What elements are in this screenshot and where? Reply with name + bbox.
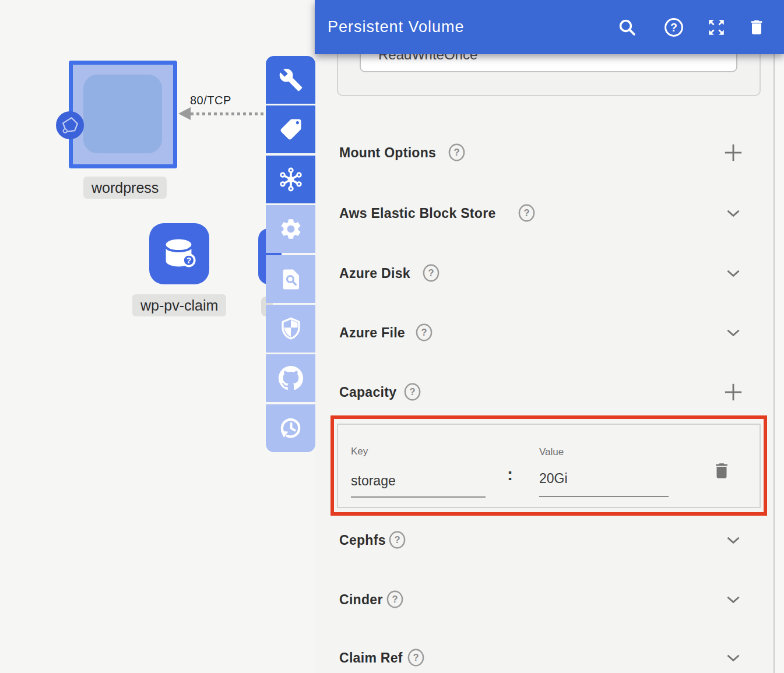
- section-label: Mount Options: [339, 140, 436, 165]
- expand-icon: [706, 17, 726, 37]
- svg-text:?: ?: [670, 21, 677, 34]
- delete-entry-button[interactable]: [712, 460, 732, 482]
- section-label: Aws Elastic Block Store: [339, 201, 496, 225]
- svg-text:?: ?: [523, 207, 529, 218]
- help-circle-icon[interactable]: ?: [518, 204, 536, 224]
- help-circle-icon[interactable]: ?: [388, 531, 406, 551]
- scroll-gutter[interactable]: [775, 54, 784, 673]
- key-input[interactable]: storage: [351, 473, 396, 489]
- section-label: Claim Ref: [339, 646, 403, 670]
- toolbar-button-build[interactable]: [266, 56, 315, 104]
- edge-dotted-line: [191, 112, 266, 115]
- add-button[interactable]: [723, 382, 744, 403]
- section-cephfs: Cephfs ?: [315, 528, 774, 552]
- chevron-down-icon: [723, 263, 743, 283]
- edge-label: 80/TCP: [190, 94, 231, 107]
- plus-icon: [723, 382, 743, 402]
- collapse-button[interactable]: [723, 203, 744, 224]
- hub-icon: [277, 166, 304, 193]
- key-label: Key: [351, 446, 368, 457]
- panel-scroll-divider: [774, 54, 775, 673]
- chevron-down-icon: [723, 203, 743, 223]
- pod-shape: [83, 75, 162, 153]
- svg-text:?: ?: [394, 534, 400, 545]
- svg-text:?: ?: [421, 327, 427, 337]
- collapse-button[interactable]: [723, 322, 744, 343]
- doc-search-icon: [279, 267, 303, 291]
- section-label: Azure Disk: [339, 261, 410, 286]
- section-capacity: Capacity ?: [315, 380, 774, 404]
- node-label-wp-pv-claim: wp-pv-claim: [132, 294, 226, 316]
- toolbar-button-inspect[interactable]: [266, 255, 315, 303]
- add-button[interactable]: [723, 142, 744, 163]
- toolbar-button-network[interactable]: [266, 156, 315, 203]
- key-value-separator: :: [507, 464, 513, 484]
- deployment-badge: [56, 111, 84, 139]
- collapse-button[interactable]: [723, 530, 744, 551]
- svg-text:?: ?: [428, 267, 434, 278]
- node-wordpress[interactable]: [69, 61, 177, 168]
- help-circle-icon[interactable]: ?: [448, 143, 466, 164]
- section-cinder: Cinder ?: [315, 587, 774, 612]
- help-circle-icon[interactable]: ?: [407, 649, 425, 669]
- help-circle-icon[interactable]: ?: [415, 323, 433, 344]
- toolbar-button-settings[interactable]: [266, 205, 315, 253]
- toolbar-button-history[interactable]: [266, 404, 315, 452]
- value-input[interactable]: 20Gi: [539, 471, 568, 487]
- expand-button[interactable]: [705, 16, 727, 38]
- search-icon: [617, 17, 637, 37]
- canvas-toolbar: [266, 56, 315, 454]
- shield-icon: [279, 316, 303, 341]
- section-azure-disk: Azure Disk ?: [315, 261, 774, 286]
- database-claim-icon: ?: [159, 233, 201, 275]
- help-button[interactable]: ?: [663, 16, 685, 38]
- help-icon: ?: [663, 17, 684, 38]
- trash-icon: [747, 18, 766, 37]
- history-icon: [278, 415, 304, 441]
- panel-title: Persistent Volume: [328, 18, 465, 36]
- chevron-down-icon: [723, 648, 743, 668]
- section-label: Azure File: [339, 320, 405, 345]
- chevron-down-icon: [723, 530, 743, 550]
- svg-text:?: ?: [409, 386, 415, 397]
- collapse-button[interactable]: [723, 263, 744, 284]
- toolbar-button-github[interactable]: [266, 354, 315, 402]
- key-underline: [351, 496, 486, 498]
- persistent-volume-panel: ReadWriteOnce Persistent Volume ?: [315, 0, 784, 673]
- toolbar-button-labels[interactable]: [266, 105, 315, 153]
- node-label-wordpress: wordpress: [83, 177, 167, 199]
- chevron-down-icon: [723, 590, 743, 609]
- node-wp-pv-claim[interactable]: ?: [149, 223, 209, 284]
- edge-arrowhead: [178, 107, 191, 120]
- value-underline: [539, 496, 669, 497]
- svg-text:?: ?: [453, 147, 459, 157]
- chevron-down-icon: [723, 323, 743, 343]
- section-aws-ebs: Aws Elastic Block Store ?: [315, 201, 774, 225]
- help-circle-icon[interactable]: ?: [386, 590, 404, 611]
- tag-icon: [279, 117, 303, 142]
- section-azure-file: Azure File ?: [315, 320, 774, 345]
- search-button[interactable]: [616, 16, 638, 38]
- svg-text:?: ?: [392, 594, 398, 604]
- panel-header: Persistent Volume ?: [315, 0, 784, 54]
- collapse-button[interactable]: [723, 589, 744, 610]
- plus-icon: [723, 143, 743, 163]
- help-circle-icon[interactable]: ?: [422, 264, 440, 284]
- value-label: Value: [539, 446, 564, 458]
- collapse-button[interactable]: [723, 647, 744, 668]
- help-circle-icon[interactable]: ?: [403, 383, 421, 403]
- section-label: Cinder: [339, 587, 383, 612]
- gear-icon: [279, 217, 303, 241]
- wrench-icon: [279, 68, 303, 92]
- pentagon-deployment-icon: [57, 112, 83, 138]
- section-claim-ref: Claim Ref ?: [315, 646, 774, 670]
- trash-icon: [712, 460, 732, 482]
- svg-text:?: ?: [413, 652, 419, 663]
- section-mount-options: Mount Options ?: [315, 140, 774, 165]
- svg-text:?: ?: [186, 256, 191, 265]
- github-icon: [278, 365, 304, 391]
- section-label: Capacity: [339, 380, 396, 404]
- toolbar-button-security[interactable]: [266, 305, 315, 353]
- delete-button[interactable]: [746, 16, 768, 38]
- section-label: Cephfs: [339, 528, 386, 552]
